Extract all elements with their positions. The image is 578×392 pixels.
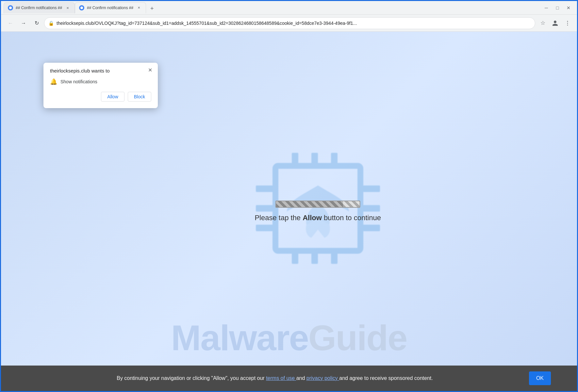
allow-button[interactable]: Allow bbox=[101, 92, 124, 102]
svg-rect-14 bbox=[256, 225, 275, 231]
permission-label: Show notifications bbox=[60, 79, 97, 84]
terms-of-use-link[interactable]: terms of use bbox=[266, 375, 296, 381]
tab-favicon-2 bbox=[79, 5, 84, 10]
address-bar[interactable]: 🔒 bbox=[44, 17, 535, 29]
maximize-button[interactable]: □ bbox=[553, 3, 562, 12]
cookie-bar: By continuing your navigation or clickin… bbox=[1, 366, 577, 391]
svg-rect-7 bbox=[311, 153, 318, 166]
popup-actions: Allow Block bbox=[50, 92, 151, 102]
minimize-button[interactable]: ─ bbox=[542, 3, 551, 12]
watermark-malware: Malware bbox=[171, 318, 308, 358]
toolbar-right: ☆ bbox=[537, 18, 573, 29]
svg-point-2 bbox=[567, 21, 568, 21]
tab-2[interactable]: ## Confirm notifications ## ✕ bbox=[75, 2, 146, 13]
url-input[interactable] bbox=[57, 21, 531, 26]
tab-1[interactable]: ## Confirm notifications ## ✕ bbox=[4, 2, 75, 13]
lock-icon: 🔒 bbox=[48, 21, 54, 26]
svg-rect-17 bbox=[360, 225, 380, 231]
popup-close-button[interactable]: ✕ bbox=[146, 66, 154, 74]
tab-bar: ## Confirm notifications ## ✕ ## Confirm… bbox=[4, 2, 539, 13]
popup-title: theirlocksepis.club wants to bbox=[50, 68, 151, 74]
continue-text-bold: Allow bbox=[303, 214, 322, 222]
profile-button[interactable] bbox=[550, 18, 561, 29]
svg-rect-6 bbox=[292, 153, 298, 166]
page-content: Please tap the Allow button to continue … bbox=[1, 32, 577, 391]
continue-text: Please tap the Allow button to continue bbox=[255, 214, 381, 222]
bell-icon: 🔔 bbox=[50, 78, 57, 85]
tab-favicon-1 bbox=[8, 5, 13, 10]
bookmark-button[interactable]: ☆ bbox=[537, 18, 548, 29]
watermark-text: MalwareGuide bbox=[1, 317, 577, 358]
svg-rect-10 bbox=[311, 251, 318, 264]
cookie-text-after: and agree to receive sponsored content. bbox=[339, 375, 433, 381]
svg-point-0 bbox=[9, 7, 12, 9]
block-button[interactable]: Block bbox=[128, 92, 151, 102]
tab-close-2[interactable]: ✕ bbox=[136, 5, 142, 11]
privacy-policy-link[interactable]: privacy policy bbox=[306, 375, 339, 381]
progress-bar bbox=[275, 201, 360, 208]
center-card: Please tap the Allow button to continue bbox=[255, 201, 381, 222]
continue-text-prefix: Please tap the bbox=[255, 214, 303, 222]
svg-point-1 bbox=[80, 7, 83, 9]
forward-button[interactable]: → bbox=[18, 18, 29, 29]
cookie-text-before-link1: By continuing your navigation or clickin… bbox=[117, 375, 266, 381]
tab-title-2: ## Confirm notifications ## bbox=[87, 6, 133, 10]
popup-permission-item: 🔔 Show notifications bbox=[50, 78, 151, 85]
tab-title-1: ## Confirm notifications ## bbox=[16, 6, 62, 10]
tab-close-1[interactable]: ✕ bbox=[65, 5, 71, 11]
browser-window: ## Confirm notifications ## ✕ ## Confirm… bbox=[0, 0, 578, 392]
close-button[interactable]: ✕ bbox=[564, 3, 573, 12]
title-bar: ## Confirm notifications ## ✕ ## Confirm… bbox=[1, 1, 577, 15]
svg-rect-9 bbox=[292, 251, 298, 264]
new-tab-button[interactable]: + bbox=[147, 4, 157, 13]
window-controls: ─ □ ✕ bbox=[542, 3, 573, 12]
cookie-text: By continuing your navigation or clickin… bbox=[27, 374, 522, 382]
cookie-text-between: and bbox=[296, 375, 306, 381]
reload-button[interactable]: ↻ bbox=[31, 18, 42, 29]
permission-popup: ✕ theirlocksepis.club wants to 🔔 Show no… bbox=[43, 63, 158, 108]
svg-rect-15 bbox=[360, 186, 380, 192]
svg-point-4 bbox=[567, 24, 568, 25]
ok-button[interactable]: OK bbox=[529, 371, 551, 385]
toolbar: ← → ↻ 🔒 ☆ bbox=[1, 15, 577, 32]
svg-rect-8 bbox=[331, 153, 338, 166]
menu-button[interactable] bbox=[562, 18, 573, 29]
watermark-guide: Guide bbox=[308, 318, 407, 358]
svg-point-3 bbox=[567, 23, 568, 24]
back-button[interactable]: ← bbox=[5, 18, 16, 29]
progress-bar-inner bbox=[276, 201, 343, 207]
svg-rect-11 bbox=[331, 251, 338, 264]
continue-text-suffix: button to continue bbox=[322, 214, 381, 222]
svg-rect-12 bbox=[256, 186, 275, 192]
